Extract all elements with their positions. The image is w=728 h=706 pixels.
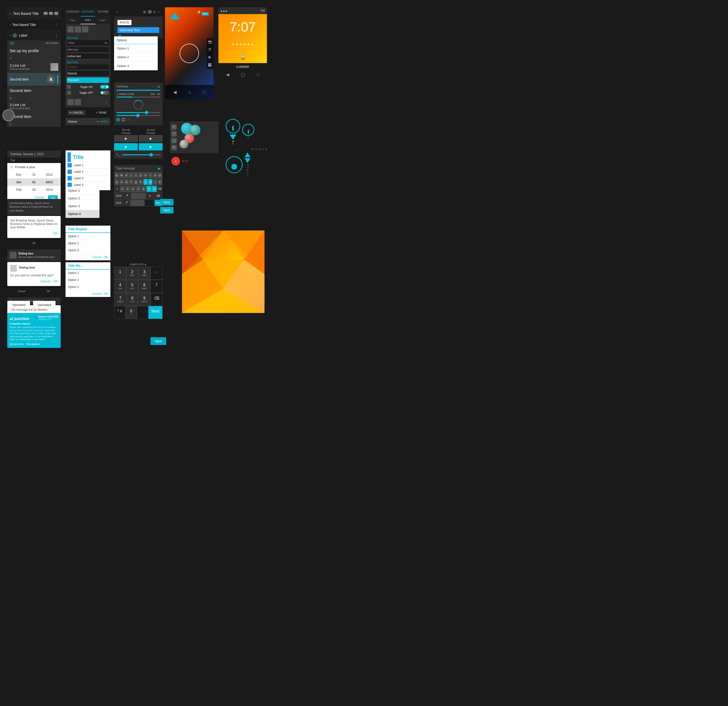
numpad-minus[interactable]: - xyxy=(150,267,163,280)
dropdown-opt-3[interactable]: Option 3 xyxy=(114,62,158,70)
photo-gallery-icon[interactable]: 🖼 xyxy=(208,63,212,67)
lock-recents[interactable]: □ xyxy=(257,72,259,77)
overflow-btn[interactable]: ⋮ xyxy=(105,100,108,105)
key-u[interactable]: u xyxy=(143,172,148,178)
btn-normal-1[interactable]: ▶ xyxy=(114,135,138,142)
toggle-switch-off[interactable]: OFF xyxy=(100,91,109,95)
upload-btn-1[interactable]: Uploaded xyxy=(7,301,30,309)
settings-icon[interactable]: ⚙ xyxy=(208,55,212,59)
region-2-ok[interactable]: OK xyxy=(104,292,108,296)
key-backspace[interactable]: ⌫ xyxy=(157,186,162,192)
slider-thumb-2[interactable] xyxy=(136,114,140,117)
camera-mode-icon[interactable]: 📷 xyxy=(208,40,212,44)
region-1-opt2[interactable]: Option 2 xyxy=(65,240,110,247)
check-tool[interactable]: ✓ xyxy=(116,10,119,14)
key-e[interactable]: e xyxy=(124,172,129,178)
timer-icon[interactable]: ⏱ xyxy=(208,48,212,51)
numpad-8[interactable]: 8TUV xyxy=(127,293,138,306)
list-item-2line-2[interactable]: 2-Line List This is some text. xyxy=(7,101,61,112)
dropdown-opt-2[interactable]: Option 2 xyxy=(114,53,158,62)
key-b[interactable]: b xyxy=(141,186,146,192)
key-w[interactable]: w xyxy=(119,172,124,178)
region-1-ok[interactable]: OK xyxy=(104,256,108,259)
eq-knob-2[interactable] xyxy=(242,124,254,136)
lock-home[interactable]: ◯ xyxy=(241,72,245,77)
dropdown-opt-1[interactable]: Option 1 xyxy=(114,44,158,53)
upload-btn-2[interactable]: Uploaded xyxy=(33,301,56,309)
recents-cam-icon[interactable]: □ xyxy=(203,90,205,95)
key-z[interactable]: z xyxy=(120,186,125,192)
numpad-3[interactable]: 3DEF xyxy=(138,267,150,280)
numpad-6[interactable]: 6MNO xyxy=(138,280,150,293)
numpad-4[interactable]: 4GHI xyxy=(114,280,126,293)
tab-3[interactable]: TAB 3 xyxy=(95,16,110,24)
numpad-star[interactable]: * # xyxy=(114,306,126,319)
normal-input[interactable]: Normal xyxy=(67,71,109,77)
numpad-2[interactable]: 2ABC xyxy=(126,267,138,280)
region-2-opt1[interactable]: Option 1 xyxy=(65,270,110,277)
progress-close[interactable]: ✕ xyxy=(157,85,160,89)
key-y[interactable]: y xyxy=(139,172,143,178)
key-c[interactable]: c xyxy=(130,186,136,192)
slider-thumb-1[interactable] xyxy=(145,111,148,114)
option-3[interactable]: Option 3 xyxy=(65,202,100,210)
flash-icon[interactable]: ⚡ xyxy=(196,10,201,14)
overflow-icon-2[interactable]: ⋮ xyxy=(54,22,58,27)
tab-top-paid[interactable]: TOP PAID xyxy=(95,7,110,16)
photo-icon[interactable]: 🖼 xyxy=(148,10,152,14)
key-mic[interactable]: 🎤 xyxy=(123,193,130,199)
alert-cancel-2[interactable]: Cancel xyxy=(40,280,50,283)
done-btn[interactable]: ✓ DONE xyxy=(94,110,108,115)
list-item-second-b[interactable]: Second item xyxy=(7,112,61,121)
tab-1[interactable]: TAB 1 xyxy=(65,16,81,24)
label-item-2[interactable]: Label 2 xyxy=(68,169,108,175)
key-g[interactable]: g xyxy=(134,179,138,185)
numpad-0[interactable]: 0+ xyxy=(126,306,137,319)
numpad-back[interactable]: ⌫ xyxy=(151,293,163,306)
key-a[interactable]: a xyxy=(114,179,119,185)
key-num2[interactable]: 7123 xyxy=(114,200,122,206)
key-r[interactable]: r xyxy=(129,172,133,178)
tab-category[interactable]: CATEGORY xyxy=(65,7,81,16)
list-item-second-1[interactable]: Second item A xyxy=(7,73,61,86)
option-2[interactable]: Option 2 xyxy=(65,195,100,202)
key-d[interactable]: d xyxy=(124,179,129,185)
search-bar[interactable]: Find ✏ xyxy=(67,40,109,46)
radio-2[interactable] xyxy=(122,118,125,121)
numpad-1[interactable]: 1 xyxy=(114,267,126,280)
list-item-second-2[interactable]: Second item xyxy=(7,86,61,95)
key-mic2[interactable]: 🎤 xyxy=(123,200,130,206)
label-item-1[interactable]: Label 1 xyxy=(68,162,108,169)
final-next-btn[interactable]: Next xyxy=(150,337,166,345)
tab-featured[interactable]: FEATURED xyxy=(81,7,95,16)
numpad-9[interactable]: 9WXYZ xyxy=(138,293,151,306)
overflow-icon-3[interactable]: ⋮ xyxy=(54,33,58,38)
toggle-checkbox-off[interactable] xyxy=(67,91,71,95)
key-j[interactable]: j xyxy=(143,179,148,185)
slider-2[interactable] xyxy=(117,115,160,116)
eq-knob-bottom[interactable] xyxy=(226,156,243,173)
option-3-selected[interactable]: Option 3 xyxy=(65,210,100,218)
key-m2[interactable]: m xyxy=(152,186,157,192)
cancel-btn[interactable]: ✕ CANCEL xyxy=(68,110,85,115)
overflow-icon[interactable]: ⋮ xyxy=(54,12,58,15)
cam-icon-4[interactable]: 📸 xyxy=(171,145,177,150)
key-m[interactable]: m xyxy=(148,179,153,185)
numpad-next[interactable]: Next xyxy=(148,306,163,319)
phone-thumb[interactable] xyxy=(149,153,153,156)
toggle-checkbox-on[interactable] xyxy=(67,85,71,89)
alert-ok-2[interactable]: OK xyxy=(53,280,58,283)
cam-icon-2[interactable]: 🎬 xyxy=(171,131,177,137)
key-n[interactable]: n xyxy=(147,186,152,192)
focused-input[interactable]: Focused xyxy=(67,77,109,83)
numpad-7b[interactable]: 7PQRS xyxy=(114,293,127,306)
key-p[interactable]: p xyxy=(158,172,162,178)
region-1-opt1[interactable]: Option 1 xyxy=(65,233,110,240)
key-x[interactable]: x xyxy=(125,186,130,192)
btn-pressed-1[interactable]: ▶ xyxy=(114,143,138,150)
region-1-cancel[interactable]: Cancel xyxy=(92,256,101,259)
twitter-link[interactable]: @uijunction xyxy=(10,342,24,345)
slider-1[interactable] xyxy=(117,112,160,113)
dl-close[interactable]: ✕ xyxy=(157,92,160,96)
next-btn-2[interactable]: Next xyxy=(160,207,173,214)
